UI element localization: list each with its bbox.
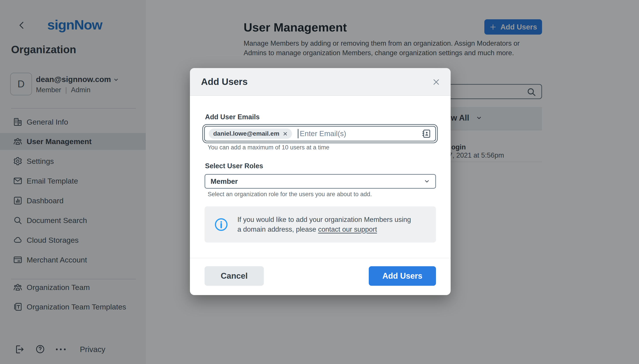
remove-chip-icon[interactable] (283, 132, 287, 136)
role-select[interactable]: Member (205, 174, 436, 189)
modal-add-users-button[interactable]: Add Users (369, 266, 436, 286)
screen: signNow Organization D dean@signnow.com … (0, 0, 639, 364)
email-chip: daniel.lowe@email.em (209, 128, 292, 139)
role-section-label: Select User Roles (205, 162, 263, 170)
address-book-icon[interactable] (422, 129, 431, 138)
close-icon[interactable] (432, 78, 440, 86)
add-users-modal: Add Users Add User Emails daniel.lowe@em… (190, 68, 451, 295)
modal-footer-divider (190, 258, 451, 258)
modal-title: Add Users (201, 76, 248, 87)
email-chip-text: daniel.lowe@email.em (213, 130, 279, 137)
modal-header: Add Users (190, 68, 451, 96)
email-input-placeholder: Enter Email(s) (300, 130, 346, 138)
info-text: If you would like to add your organizati… (237, 215, 411, 234)
chevron-down-icon (424, 178, 430, 184)
role-helper-text: Select an organization role for the user… (208, 191, 372, 198)
email-helper-text: You can add a maximum of 10 users at a t… (208, 144, 329, 151)
email-input[interactable]: daniel.lowe@email.em Enter Email(s) (204, 126, 436, 142)
contact-support-link[interactable]: contact our support (318, 226, 377, 233)
cancel-button[interactable]: Cancel (205, 266, 264, 286)
info-line2: a domain address, please contact our sup… (237, 224, 411, 234)
info-icon (214, 217, 228, 232)
info-line1: If you would like to add your organizati… (237, 215, 411, 224)
role-select-value: Member (211, 177, 238, 186)
email-section-label: Add User Emails (205, 113, 260, 121)
text-cursor (298, 129, 298, 138)
info-box: If you would like to add your organizati… (205, 206, 436, 242)
